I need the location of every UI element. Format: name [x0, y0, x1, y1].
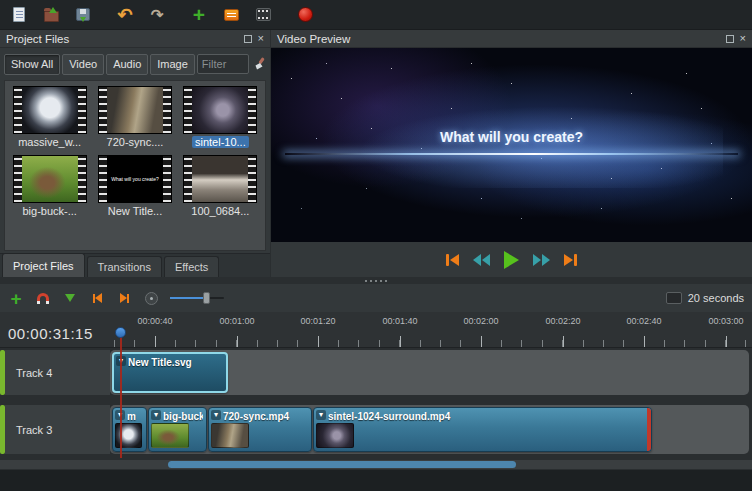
filter-image-button[interactable]: Image — [150, 54, 195, 75]
file-thumbnail — [183, 86, 257, 134]
clip-sintel[interactable]: sintel-1024-surround.mp4 — [313, 407, 652, 452]
panel-splitter[interactable] — [0, 277, 752, 284]
redo-icon: ↷ — [151, 7, 164, 22]
light-streak — [285, 153, 737, 155]
open-project-icon — [44, 11, 59, 22]
file-label: massive_w... — [15, 136, 84, 148]
clip-menu-chevron-icon[interactable] — [151, 410, 161, 420]
clip-label: New Title.svg — [128, 357, 223, 368]
main-toolbar: ↶ ↷ + — [0, 0, 752, 30]
file-item[interactable]: massive_w... — [7, 86, 92, 148]
filter-show-all-button[interactable]: Show All — [4, 54, 60, 75]
jump-to-start-icon — [446, 254, 449, 266]
tab-effects[interactable]: Effects — [164, 256, 219, 277]
file-item[interactable]: big-buck-... — [7, 155, 92, 217]
new-project-button[interactable] — [6, 3, 32, 27]
fast-forward-button[interactable] — [533, 254, 550, 266]
jump-to-end-button[interactable] — [564, 254, 577, 266]
import-files-icon: + — [193, 4, 205, 25]
jump-to-start-button[interactable] — [446, 254, 459, 266]
zoom-slider[interactable] — [170, 291, 224, 305]
clip-720-sync[interactable]: 720-sync.mp4 — [208, 407, 312, 452]
clip-big-buck[interactable]: big-buck- — [148, 407, 207, 452]
space-scene: What will you create? — [271, 48, 752, 242]
video-frame-text: What will you create? — [271, 129, 752, 145]
previous-marker-button[interactable] — [89, 288, 105, 308]
save-project-icon — [76, 8, 90, 21]
close-icon[interactable]: × — [740, 33, 746, 44]
playback-controls — [271, 248, 752, 272]
openshot-window: ↶ ↷ + Project Files × Show All Video Aud… — [0, 0, 752, 491]
undock-icon[interactable] — [726, 35, 734, 43]
play-icon — [504, 251, 519, 269]
file-thumbnail — [183, 155, 257, 203]
choose-profile-icon — [224, 9, 239, 21]
filter-audio-button[interactable]: Audio — [106, 54, 148, 75]
redo-button[interactable]: ↷ — [144, 3, 170, 27]
status-strip — [0, 470, 752, 491]
video-preview-title: Video Preview — [277, 33, 350, 45]
clip-trim-edge[interactable] — [647, 408, 651, 451]
filter-video-button[interactable]: Video — [62, 54, 104, 75]
open-project-button[interactable] — [38, 3, 64, 27]
file-label: 100_0684... — [188, 205, 252, 217]
timeline-ruler[interactable]: 00:00:31:15 00:00:40 00:01:00 00:01:20 0… — [0, 312, 752, 348]
brush-icon — [252, 57, 266, 71]
next-marker-button[interactable] — [116, 288, 132, 308]
tab-project-files[interactable]: Project Files — [2, 253, 85, 277]
video-preview-panel: Video Preview × What will you create? — [271, 30, 752, 277]
video-frame[interactable]: What will you create? — [271, 48, 752, 242]
file-item[interactable]: What will you create? New Title... — [92, 155, 177, 217]
choose-profile-button[interactable] — [218, 3, 244, 27]
clip-massive[interactable]: m — [112, 407, 147, 452]
file-thumbnail — [98, 86, 172, 134]
file-item[interactable]: 720-sync.... — [92, 86, 177, 148]
center-playhead-icon — [145, 292, 158, 305]
ruler-label: 00:00:40 — [137, 316, 172, 326]
rewind-button[interactable] — [473, 254, 490, 266]
rewind-icon — [473, 254, 481, 266]
zoom-slider-handle[interactable] — [203, 292, 210, 304]
ruler-ticks — [114, 340, 750, 347]
clear-filter-button[interactable] — [251, 54, 268, 74]
file-label: 720-sync.... — [104, 136, 167, 148]
clip-label: big-buck- — [163, 411, 203, 422]
file-item[interactable]: 100_0684... — [178, 155, 263, 217]
file-filter-row: Show All Video Audio Image — [4, 52, 268, 76]
playhead-handle[interactable] — [115, 327, 126, 338]
fit-zoom-icon[interactable] — [666, 292, 682, 304]
clip-new-title[interactable]: New Title.svg — [112, 352, 228, 393]
file-label: sintel-10... — [192, 136, 249, 148]
timeline-scrollbar-thumb[interactable] — [168, 461, 516, 468]
file-thumbnail: What will you create? — [98, 155, 172, 203]
export-video-icon — [256, 8, 271, 21]
export-video-button[interactable] — [250, 3, 276, 27]
clip-label: m — [127, 411, 143, 422]
timeline-toolbar: + 20 seconds — [0, 284, 752, 312]
center-playhead-button[interactable] — [143, 288, 159, 308]
add-track-button[interactable]: + — [8, 288, 24, 308]
filter-input[interactable] — [197, 54, 249, 74]
snapping-toggle-button[interactable] — [35, 288, 51, 308]
add-marker-icon — [65, 294, 75, 302]
add-marker-button[interactable] — [62, 288, 78, 308]
play-button[interactable] — [504, 251, 519, 269]
record-button[interactable] — [292, 3, 318, 27]
file-item-selected[interactable]: sintel-10... — [178, 86, 263, 148]
save-project-button[interactable] — [70, 3, 96, 27]
playhead-timecode: 00:00:31:15 — [8, 325, 93, 342]
clip-menu-chevron-icon[interactable] — [316, 410, 326, 420]
clip-menu-chevron-icon[interactable] — [211, 410, 221, 420]
import-files-button[interactable]: + — [186, 3, 212, 27]
new-project-icon — [13, 7, 25, 22]
tab-transitions[interactable]: Transitions — [87, 256, 162, 277]
undo-button[interactable]: ↶ — [112, 3, 138, 27]
timeline-scrollbar[interactable] — [0, 460, 752, 469]
undock-icon[interactable] — [244, 35, 252, 43]
nebula-glow — [358, 106, 724, 187]
stars — [271, 48, 272, 49]
clip-thumbnail — [151, 423, 189, 448]
fast-forward-icon — [533, 254, 541, 266]
close-icon[interactable]: × — [258, 33, 264, 44]
clip-thumbnail — [211, 423, 249, 448]
